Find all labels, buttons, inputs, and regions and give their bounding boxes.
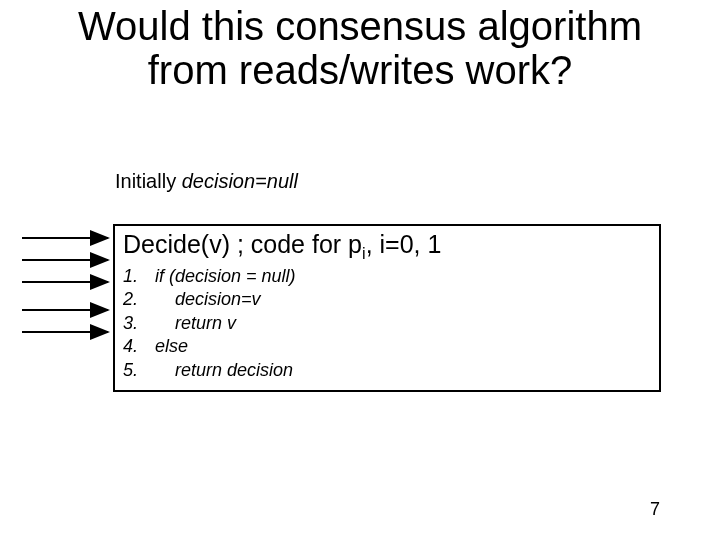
line-number: 1.	[123, 265, 145, 288]
line-number: 4.	[123, 335, 145, 358]
slide-root: Would this consensus algorithm from read…	[0, 0, 720, 540]
code-line: 2. decision=v	[123, 288, 651, 311]
line-number: 5.	[123, 359, 145, 382]
line-text: return v	[145, 313, 236, 333]
line-text: else	[145, 336, 188, 356]
slide-title: Would this consensus algorithm from read…	[0, 4, 720, 92]
code-body: 1. if (decision = null) 2. decision=v 3.…	[123, 265, 651, 382]
line-number: 2.	[123, 288, 145, 311]
title-line-1: Would this consensus algorithm	[78, 4, 642, 48]
code-line: 5. return decision	[123, 359, 651, 382]
code-line: 1. if (decision = null)	[123, 265, 651, 288]
line-text: decision=v	[145, 289, 261, 309]
line-number: 3.	[123, 312, 145, 335]
initially-label: Initially	[115, 170, 182, 192]
code-header-main: Decide(v) ; code for p	[123, 230, 362, 258]
line-text: return decision	[145, 360, 293, 380]
code-header-tail: , i=0, 1	[366, 230, 442, 258]
initially-expr: decision=null	[182, 170, 298, 192]
arrows-graphic	[20, 230, 115, 350]
code-box: Decide(v) ; code for pi, i=0, 1 1. if (d…	[113, 224, 661, 392]
code-line: 3. return v	[123, 312, 651, 335]
page-number: 7	[650, 499, 660, 520]
code-header: Decide(v) ; code for pi, i=0, 1	[123, 230, 651, 263]
line-text: if (decision = null)	[145, 266, 296, 286]
code-line: 4. else	[123, 335, 651, 358]
initial-state: Initially decision=null	[115, 170, 298, 193]
title-line-2: from reads/writes work?	[148, 48, 573, 92]
